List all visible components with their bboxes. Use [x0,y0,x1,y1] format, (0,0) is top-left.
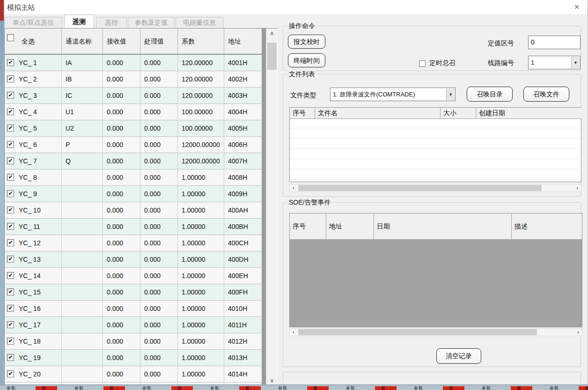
row-checkbox[interactable]: ✔ [7,338,14,345]
row-checkbox[interactable]: ✔ [7,223,14,230]
table-row: ✔YC_ 190.0000.0001.000004013H [5,350,262,366]
tab-single-double-telesignal[interactable]: 单点/双点遥信 [4,17,62,28]
row-cell-recv: 0.000 [103,219,140,235]
row-checkbox[interactable]: ✔ [7,59,14,66]
timed-general-call-label: 定时总召 [429,59,456,67]
row-cell-proc: 0.000 [140,284,178,301]
row-cell-coef: 1.00000 [178,284,224,301]
row-cell-addr: 4009H [224,186,262,202]
row-cell-proc: 0.000 [140,153,178,169]
row-cell-recv: 0.000 [103,235,140,251]
table-row: ✔YC_ 170.0000.0001.000004011H [5,317,262,333]
row-cell-proc: 0.000 [140,71,178,88]
table-row: ✔YC_ 2IB0.0000.000120.000004002H [5,71,262,88]
row-label: YC_ 11 [19,219,40,235]
title-bar[interactable]: 模拟主站 × [4,0,588,14]
row-checkbox[interactable]: ✔ [7,206,14,213]
file-list-horizontal-scrollbar[interactable]: ‹ › [289,184,581,192]
table-row: ✔YC_ 100.0000.0001.00000400AH [5,202,262,219]
row-checkbox[interactable]: ✔ [7,108,14,115]
scroll-left-icon[interactable]: ‹ [290,329,297,336]
file-type-select[interactable]: 1. 故障录波文件(COMTRADE) ▼ [330,88,456,101]
soe-scrollbar-thumb[interactable] [298,329,537,335]
row-label: YC_ 2 [19,71,37,87]
row-cell-name: IC [62,88,103,104]
row-cell-recv: 0.000 [103,268,140,284]
row-checkbox[interactable]: ✔ [7,239,14,246]
tab-telecontrol[interactable]: 遥控 [96,17,127,28]
row-select-cell: ✔YC_ 4 [5,104,62,120]
row-checkbox[interactable]: ✔ [7,141,14,148]
vertical-scrollbar-thumb[interactable] [267,43,277,70]
row-cell-coef: 12000.00000 [178,153,224,169]
scroll-up-icon[interactable]: ∧ [266,29,278,38]
scroll-right-icon[interactable]: › [574,329,582,336]
background-strip-label: 参数 [74,385,84,390]
soe-horizontal-scrollbar[interactable]: ‹ › [289,328,582,336]
soe-alarm-group: SOE/告警事件 序号 地址 日期 描述 ‹ › 清空记录 [283,202,581,367]
row-cell-coef: 120.00000 [178,71,224,88]
soe-header-address: 地址 [326,213,374,239]
row-label: YC_ 14 [19,268,41,284]
vertical-scrollbar[interactable]: ∧ ∨ [266,29,277,385]
message-time-sync-button[interactable]: 报文校时 [288,35,325,49]
row-cell-coef: 120.00000 [178,88,224,104]
background-strip-label: 参数 [7,385,16,390]
file-scrollbar-thumb[interactable] [298,185,542,191]
background-strip-label: 参数 [346,385,355,390]
row-checkbox[interactable]: ✔ [7,157,14,164]
background-red-block [239,386,261,390]
chevron-down-icon[interactable]: ▼ [446,88,455,100]
row-cell-proc: 0.000 [140,202,178,219]
row-cell-name [62,366,103,383]
tab-telemetry[interactable]: 遥测 [64,15,94,28]
row-checkbox[interactable]: ✔ [7,174,14,181]
row-label: YC_ 17 [19,317,41,333]
row-cell-recv: 0.000 [103,137,140,153]
row-cell-proc: 0.000 [140,104,178,120]
row-cell-name: IB [62,71,103,88]
row-cell-name: IA [62,55,103,71]
scroll-down-icon[interactable]: ∨ [266,376,278,385]
row-checkbox[interactable]: ✔ [7,190,14,197]
clear-records-button[interactable]: 清空记录 [436,348,481,364]
row-checkbox[interactable]: ✔ [7,370,14,377]
scroll-right-icon[interactable]: › [573,184,581,191]
setpoint-zone-input[interactable]: 0 [528,36,581,49]
timed-general-call-checkbox[interactable] [419,60,426,67]
tab-parameters-setpoints[interactable]: 参数及定值 [128,17,175,28]
row-checkbox[interactable]: ✔ [7,305,14,312]
row-checkbox[interactable]: ✔ [7,321,14,328]
row-cell-coef: 1.00000 [178,186,224,202]
row-checkbox[interactable]: ✔ [7,288,14,295]
row-select-cell: ✔YC_ 2 [5,71,62,88]
background-red-block [0,0,4,21]
call-directory-button[interactable]: 召唤目录 [467,87,513,102]
soe-alarm-title: SOE/告警事件 [287,199,332,207]
line-number-select[interactable]: 1 ▼ [528,56,581,69]
row-checkbox[interactable]: ✔ [7,75,14,82]
background-strip-label: 参数 [482,385,491,390]
row-cell-addr: 4006H [224,137,262,153]
chevron-down-icon[interactable]: ▼ [571,57,580,68]
row-select-cell: ✔YC_ 13 [5,251,62,268]
row-checkbox[interactable]: ✔ [7,256,14,263]
scroll-left-icon[interactable]: ‹ [290,184,297,191]
tab-energy-info[interactable]: 电能量信息 [176,17,223,28]
file-type-label: 文件类型 [290,91,316,100]
row-checkbox[interactable]: ✔ [7,125,14,132]
row-cell-coef: 1.00000 [178,301,224,317]
file-header-created: 创建日期 [476,108,582,118]
row-cell-recv: 0.000 [103,120,140,137]
select-all-checkbox[interactable] [7,34,14,41]
row-checkbox[interactable]: ✔ [7,272,14,279]
terminal-time-button[interactable]: 终端时间 [288,53,325,67]
background-strip-label: 参数 [210,385,220,390]
call-file-button[interactable]: 召唤文件 [523,87,569,102]
row-cell-recv: 0.000 [103,301,140,317]
row-select-cell: ✔YC_ 1 [5,55,62,71]
row-checkbox[interactable]: ✔ [7,92,14,99]
row-checkbox[interactable]: ✔ [7,354,14,361]
table-row: ✔YC_ 4U10.0000.000100.000004004H [5,104,262,120]
close-icon[interactable]: × [571,1,583,13]
